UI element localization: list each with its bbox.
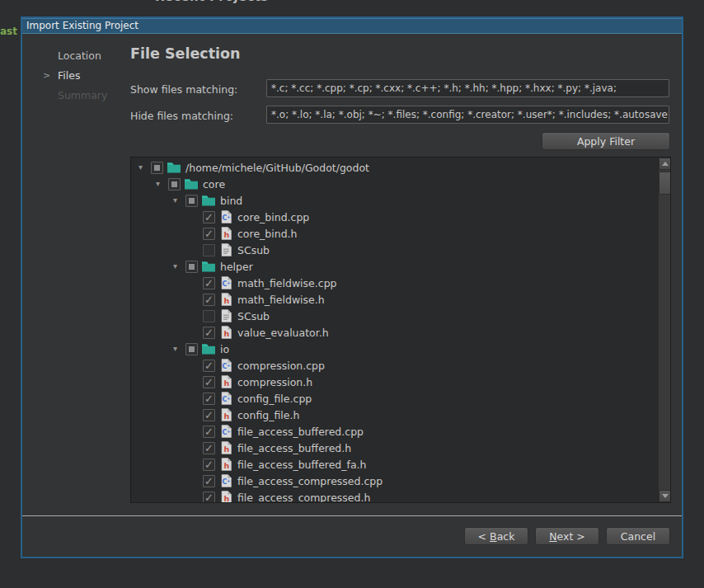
row-checkbox[interactable]: ✓ (203, 459, 215, 471)
row-checkbox[interactable]: ✓ (203, 442, 215, 454)
svg-text:h: h (223, 329, 229, 338)
show-files-label: Show files matching: (130, 83, 237, 96)
tree-row[interactable]: ✓C++config_file.cpp (131, 390, 658, 407)
row-checkbox[interactable]: ✓ (203, 492, 215, 504)
wizard-steps: Location > Files Summary (43, 45, 134, 105)
tree-item-label: SCsub (237, 244, 270, 256)
row-checkbox[interactable]: ✓ (203, 228, 215, 240)
tree-row[interactable]: SCsub (131, 242, 658, 258)
expand-arrow-icon[interactable]: ▾ (171, 192, 185, 209)
tree-item-label: config_file.h (237, 409, 299, 421)
tree-item-label: config_file.cpp (237, 393, 312, 405)
header-file-icon: h (219, 458, 232, 471)
header-file-icon: h (219, 441, 232, 454)
tree-item-label: value_evaluator.h (237, 327, 329, 339)
header-file-icon: h (219, 326, 232, 339)
row-checkbox[interactable] (203, 310, 215, 322)
tree-row[interactable]: ✓C++compression.cpp (131, 357, 658, 374)
tree-row[interactable]: ✓hfile_access_buffered_fa.h (131, 456, 658, 473)
file-tree-rows: ▾/home/michele/GitHub/Godot/godot▾core▾b… (131, 159, 658, 503)
svg-text:h: h (223, 412, 229, 421)
document-icon (219, 309, 232, 322)
step-label: Summary (58, 89, 107, 101)
partial-check-mark (154, 165, 160, 171)
tree-row[interactable]: ✓C++math_fieldwise.cpp (131, 275, 658, 291)
tree-row[interactable]: ✓hconfig_file.h (131, 407, 658, 423)
step-summary: Summary (43, 85, 134, 105)
step-files[interactable]: > Files (43, 65, 134, 85)
expand-arrow-icon[interactable]: ▾ (153, 176, 168, 192)
tree-row[interactable]: SCsub (131, 308, 658, 324)
row-checkbox[interactable] (185, 343, 198, 355)
tree-row[interactable]: ✓hfile_access_buffered.h (131, 440, 658, 456)
tree-item-label: SCsub (237, 310, 270, 322)
tree-item-label: math_fieldwise.h (237, 294, 325, 306)
row-checkbox[interactable]: ✓ (203, 475, 215, 487)
tree-row[interactable]: ✓C++file_access_compressed.cpp (131, 473, 658, 489)
cpp-file-icon: C++ (219, 210, 232, 223)
row-checkbox[interactable] (151, 162, 163, 174)
next-button[interactable]: Next > (535, 527, 599, 545)
cancel-button[interactable]: Cancel (606, 527, 670, 545)
row-checkbox[interactable]: ✓ (203, 426, 215, 438)
svg-text:++: ++ (227, 429, 232, 434)
show-files-input[interactable] (266, 79, 669, 97)
cpp-file-icon: C++ (219, 425, 232, 438)
partial-check-mark (189, 264, 195, 270)
next-label: Next > (549, 530, 585, 543)
header-file-icon: h (219, 227, 232, 240)
tree-row[interactable]: ▾core (131, 176, 658, 192)
tree-item-label: helper (220, 261, 253, 273)
tree-item-label: file_access_buffered.cpp (237, 426, 364, 438)
tree-item-label: io (220, 343, 229, 355)
row-checkbox[interactable] (203, 244, 215, 256)
back-button[interactable]: < Back (464, 527, 528, 545)
apply-filter-button[interactable]: Apply Filter (542, 132, 670, 150)
tree-row[interactable]: ✓C++file_access_buffered.cpp (131, 423, 658, 440)
row-checkbox[interactable]: ✓ (203, 327, 215, 339)
tree-row[interactable]: ✓hcompression.h (131, 374, 658, 390)
file-tree[interactable]: ▾/home/michele/GitHub/Godot/godot▾core▾b… (130, 157, 671, 503)
svg-text:++: ++ (227, 363, 232, 368)
expand-arrow-icon[interactable]: ▾ (171, 341, 185, 357)
tree-item-label: core_bind.h (237, 228, 298, 240)
tree-row[interactable]: ✓hcore_bind.h (131, 225, 658, 242)
cpp-file-icon: C++ (219, 392, 232, 405)
tree-row[interactable]: ✓hvalue_evaluator.h (131, 324, 658, 341)
step-label: Files (58, 69, 80, 82)
row-checkbox[interactable]: ✓ (203, 393, 215, 405)
scrollbar-thumb[interactable] (659, 172, 671, 195)
tree-row[interactable]: ▾/home/michele/GitHub/Godot/godot (131, 159, 658, 176)
scroll-down-button[interactable] (659, 490, 671, 502)
row-checkbox[interactable] (185, 195, 198, 207)
row-checkbox[interactable]: ✓ (203, 376, 215, 388)
row-checkbox[interactable]: ✓ (203, 277, 215, 289)
tree-row[interactable]: ✓C++core_bind.cpp (131, 209, 658, 225)
tree-item-label: file_access_buffered_fa.h (237, 459, 367, 471)
tree-row[interactable]: ▾io (131, 341, 658, 357)
expand-arrow-icon[interactable]: ▾ (136, 159, 151, 176)
tree-row[interactable]: ▾helper (131, 258, 658, 275)
chevron-right-icon: > (43, 70, 58, 81)
hide-files-input[interactable]: *.o; *.lo; *.la; *.obj; *~; *.files; *.c… (266, 106, 669, 124)
expand-arrow-icon[interactable]: ▾ (171, 258, 185, 275)
row-checkbox[interactable]: ✓ (203, 409, 215, 421)
step-location[interactable]: Location (43, 45, 134, 65)
tree-row[interactable]: ▾bind (131, 192, 658, 209)
tree-item-label: math_fieldwise.cpp (237, 277, 337, 289)
tree-row[interactable]: ✓hmath_fieldwise.h (131, 291, 658, 308)
tree-item-label: core (203, 178, 225, 191)
dialog-titlebar[interactable]: Import Existing Project (22, 18, 682, 34)
step-label: Location (58, 49, 101, 62)
row-checkbox[interactable] (185, 261, 198, 273)
scroll-up-button[interactable] (659, 158, 671, 170)
row-checkbox[interactable]: ✓ (203, 211, 215, 223)
partial-check-mark (171, 181, 177, 187)
row-checkbox[interactable]: ✓ (203, 294, 215, 306)
tree-row[interactable]: ✓hfile_access_compressed.h (131, 489, 658, 503)
row-checkbox[interactable] (168, 178, 181, 191)
row-checkbox[interactable]: ✓ (203, 360, 215, 372)
svg-text:++: ++ (227, 214, 232, 219)
tree-scrollbar[interactable] (658, 158, 670, 502)
svg-text:h: h (223, 445, 229, 454)
